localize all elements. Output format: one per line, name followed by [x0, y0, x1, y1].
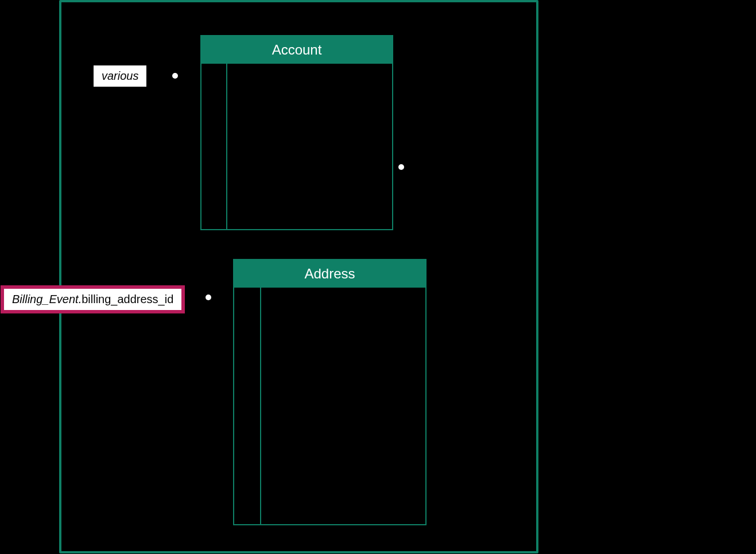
entity-account: Account [200, 35, 393, 230]
relation-label-billing-event: Billing_Event.billing_address_id [1, 285, 185, 313]
connector-dot-icon [172, 73, 178, 79]
entity-account-fields-column [227, 64, 392, 229]
entity-address-title: Address [234, 260, 425, 288]
entity-address-body [234, 288, 425, 524]
connector-dot-icon [398, 164, 404, 170]
relation-label-various: various [94, 65, 146, 87]
connector-dot-icon [206, 295, 211, 300]
entity-address-fields-column [261, 288, 425, 524]
entity-account-title: Account [201, 36, 392, 64]
relation-label-billing-column: billing_address_id [82, 293, 173, 305]
relation-label-billing-table: Billing_Event. [12, 293, 82, 305]
entity-address: Address [233, 259, 427, 525]
entity-account-key-column [201, 64, 227, 229]
entity-address-key-column [234, 288, 261, 524]
entity-account-body [201, 64, 392, 229]
